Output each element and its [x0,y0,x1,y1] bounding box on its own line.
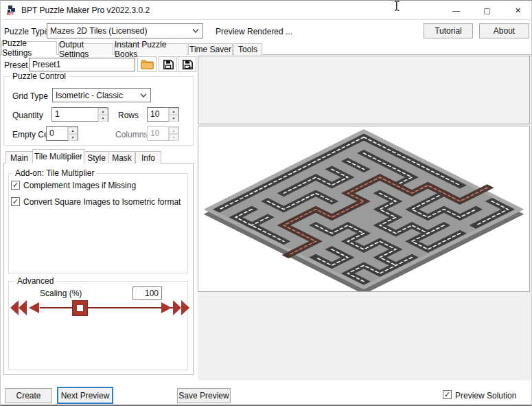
svg-text:BPT: BPT [7,12,14,16]
save-plus-icon: + [182,59,193,70]
save-icon [163,59,174,70]
preset-label: Preset [4,60,28,70]
quantity-value: 1 [52,108,97,121]
chevron-down-icon [139,93,148,98]
stepper-buttons: ▲ ▼ [168,127,178,140]
subtab-label: Style [87,153,106,163]
maximize-button[interactable]: ▢ [472,1,502,20]
tab-output-settings[interactable]: Output Settings [58,43,113,55]
tab-instant-puzzle-books[interactable]: Instant Puzzle Books [114,43,187,55]
stepper-up-icon[interactable]: ▲ [169,108,178,115]
convert-square-images-checkbox[interactable]: ✓ [11,197,20,206]
scaling-fast-increase-button[interactable] [172,300,190,316]
close-button[interactable]: ✕ [502,1,532,20]
maze-svg [198,126,529,291]
tutorial-button-label: Tutorial [435,26,462,36]
advanced-title: Advanced [14,276,56,286]
puzzle-control-title: Puzzle Control [10,71,69,81]
subtab-info[interactable]: Info [135,151,161,163]
stepper-down-icon[interactable]: ▼ [98,115,108,122]
scaling-fast-decrease-button[interactable] [10,300,27,316]
tab-label: Output Settings [59,40,113,59]
subtab-label: Main [10,153,28,163]
empty-cells-value: 0 [47,127,67,140]
save-preview-button-label: Save Preview [178,391,229,401]
save-preview-button[interactable]: Save Preview [177,388,231,403]
scaling-slider-track[interactable] [40,307,174,308]
tab-time-saver[interactable]: Time Saver [188,43,233,55]
preview-top-panel [198,56,530,124]
slider-handle-inner [77,305,83,311]
chevron-down-icon [192,28,200,34]
preview-status-text: Preview Rendered ... [216,27,292,36]
puzzle-type-label: Puzzle Type [4,27,49,36]
stepper-down-icon: ▼ [169,134,178,141]
close-icon: ✕ [515,6,521,15]
app-window: BPT BPT Puzzle Maker Pro v2022.3.0.2 — ▢… [0,0,532,406]
columns-value: 10 [148,127,168,140]
rows-value: 10 [148,108,168,121]
scaling-decrease-button[interactable] [28,302,40,314]
scaling-input[interactable]: 100 [132,286,162,300]
next-preview-button-label: Next Preview [61,391,110,401]
subtab-label: Mask [112,153,132,163]
grid-type-value: Isometric - Classic [56,91,139,100]
complement-images-label: Complement Images if Missing [23,181,136,190]
empty-cells-stepper[interactable]: 0 ▲ ▼ [46,126,78,141]
title-bar: BPT BPT Puzzle Maker Pro v2022.3.0.2 — ▢… [1,1,532,20]
stepper-buttons: ▲ ▼ [67,127,78,140]
grid-type-select[interactable]: Isometric - Classic [52,88,151,102]
stepper-buttons: ▲ ▼ [97,108,108,121]
scaling-slider-handle[interactable] [72,300,88,316]
tab-label: Tools [238,45,257,54]
subtab-label: Info [141,153,155,163]
about-button-label: About [494,26,515,36]
puzzle-type-select[interactable]: Mazes 2D Tiles (Licensed) [47,23,203,38]
subtab-main[interactable]: Main [5,151,33,163]
addon-group-title: Add-on: Tile Multiplier [12,168,97,178]
minimize-button[interactable]: — [441,1,472,20]
folder-icon [141,59,154,69]
stepper-buttons: ▲ ▼ [168,108,178,121]
maximize-icon: ▢ [483,6,490,15]
quantity-label: Quantity [12,111,43,120]
mouse-cursor-ibeam [393,1,401,11]
quantity-stepper[interactable]: 1 ▲ ▼ [51,107,108,122]
create-button[interactable]: Create [5,388,52,403]
svg-text:+: + [187,64,191,69]
stepper-down-icon[interactable]: ▼ [169,115,178,122]
stepper-up-icon: ▲ [169,127,178,134]
save-preset-as-button[interactable]: + [178,56,196,72]
scaling-label: Scaling (%) [40,289,82,298]
rows-label: Rows [118,111,139,120]
tab-tools[interactable]: Tools [233,43,262,55]
open-preset-button[interactable] [137,56,157,72]
subtab-mask[interactable]: Mask [108,151,135,163]
next-preview-button[interactable]: Next Preview [57,387,113,404]
convert-square-images-label: Convert Square Images to Isometric forma… [23,197,181,207]
subtab-tile-multiplier[interactable]: Tile Multiplier [32,149,84,163]
grid-type-label: Grid Type [12,91,48,101]
minimize-icon: — [452,6,460,14]
stepper-up-icon[interactable]: ▲ [68,127,78,134]
stepper-down-icon[interactable]: ▼ [68,134,78,141]
stepper-up-icon[interactable]: ▲ [98,108,108,115]
tab-puzzle-settings[interactable]: Puzzle Settings [1,41,57,55]
tab-label: Puzzle Settings [2,38,56,58]
subtab-style[interactable]: Style [84,151,109,163]
preview-solution-checkbox[interactable]: ✓ [443,390,452,399]
scaling-increase-button[interactable] [161,302,172,314]
preset-input[interactable]: Preset1 [29,58,135,71]
tutorial-button[interactable]: Tutorial [424,23,473,38]
complement-images-checkbox[interactable]: ✓ [11,181,20,190]
create-button-label: Create [16,391,41,401]
about-button[interactable]: About [479,23,529,38]
app-icon: BPT [6,5,17,16]
window-title: BPT Puzzle Maker Pro v2022.3.0.2 [21,5,150,15]
save-preset-button[interactable] [159,56,177,72]
columns-label: Columns [115,130,148,139]
subtab-label: Tile Multiplier [34,152,82,161]
rows-stepper[interactable]: 10 ▲ ▼ [147,107,179,122]
preview-area [198,56,531,381]
columns-stepper: 10 ▲ ▼ [147,126,179,141]
